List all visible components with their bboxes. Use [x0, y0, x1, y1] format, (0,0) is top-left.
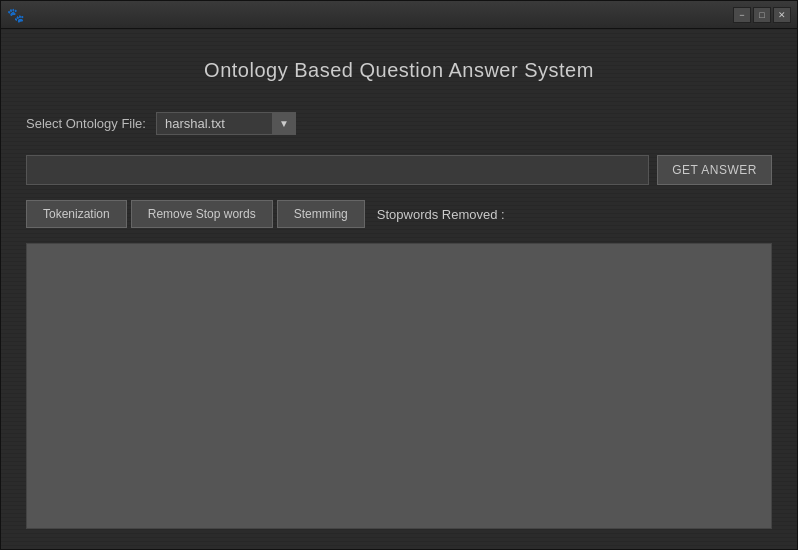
tokenization-button[interactable]: Tokenization — [26, 200, 127, 228]
stopwords-removed-label: Stopwords Removed : — [377, 207, 505, 222]
main-content: Ontology Based Question Answer System Se… — [1, 29, 797, 549]
title-bar: 🐾 − □ ✕ — [1, 1, 797, 29]
app-icon: 🐾 — [7, 7, 23, 23]
maximize-button[interactable]: □ — [753, 7, 771, 23]
app-title: Ontology Based Question Answer System — [26, 49, 772, 92]
ontology-select-wrapper: harshal.txt sample.txt data.txt ▼ — [156, 112, 296, 135]
output-area — [26, 243, 772, 529]
buttons-row: Tokenization Remove Stop words Stemming … — [26, 200, 772, 228]
ontology-label: Select Ontology File: — [26, 116, 146, 131]
ontology-select[interactable]: harshal.txt sample.txt data.txt — [156, 112, 296, 135]
title-bar-left: 🐾 — [7, 7, 23, 23]
search-input[interactable] — [26, 155, 649, 185]
main-window: 🐾 − □ ✕ Ontology Based Question Answer S… — [0, 0, 798, 550]
stemming-button[interactable]: Stemming — [277, 200, 365, 228]
minimize-button[interactable]: − — [733, 7, 751, 23]
get-answer-button[interactable]: GET ANSWER — [657, 155, 772, 185]
title-bar-controls: − □ ✕ — [733, 7, 791, 23]
search-row: GET ANSWER — [26, 155, 772, 185]
ontology-row: Select Ontology File: harshal.txt sample… — [26, 107, 772, 140]
close-button[interactable]: ✕ — [773, 7, 791, 23]
remove-stop-words-button[interactable]: Remove Stop words — [131, 200, 273, 228]
